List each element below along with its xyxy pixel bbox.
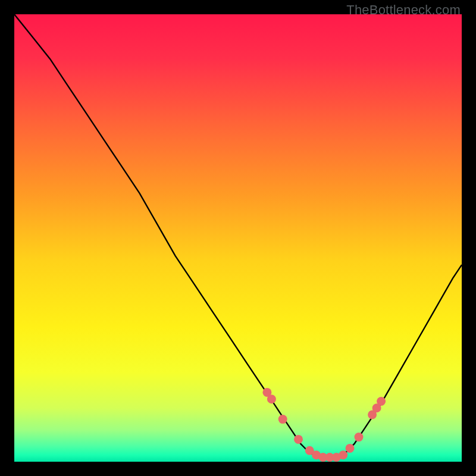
outer-frame: TheBottleneck.com <box>0 0 476 476</box>
highlight-dot <box>294 435 303 444</box>
highlight-dot <box>267 394 276 403</box>
plot-area <box>14 14 462 462</box>
highlight-dot <box>355 433 364 441</box>
highlight-dot <box>278 415 287 424</box>
highlight-dot <box>377 397 386 406</box>
chart-svg <box>14 14 462 462</box>
bottleneck-curve <box>14 14 462 458</box>
highlight-dot <box>339 450 347 459</box>
watermark-text: TheBottleneck.com <box>346 2 461 18</box>
highlight-dot <box>346 444 355 453</box>
